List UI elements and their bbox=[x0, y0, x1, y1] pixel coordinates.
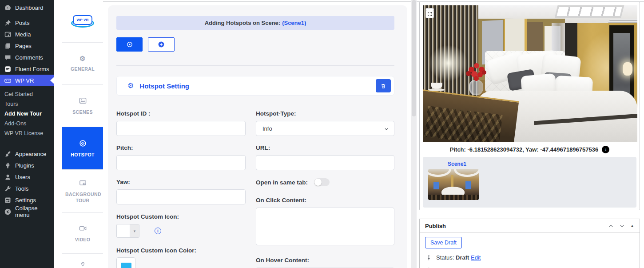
active-menu-pointer bbox=[50, 77, 54, 84]
edit-status-link[interactable]: Edit bbox=[471, 254, 481, 261]
sidebar-item-label: Fluent Forms bbox=[15, 66, 49, 72]
on-click-content-textarea[interactable] bbox=[256, 208, 394, 245]
sliders-icon bbox=[4, 196, 12, 204]
sidebar-item-collapse-menu[interactable]: Collapse menu bbox=[0, 206, 54, 217]
hotspot-type-value: Info bbox=[262, 125, 272, 132]
sidebar-item-comments[interactable]: Comments bbox=[0, 52, 54, 63]
sidebar-item-appearance[interactable]: Appearance bbox=[0, 148, 54, 160]
tab-scenes[interactable]: SCENES bbox=[62, 85, 103, 127]
submenu-get-started[interactable]: Get Started bbox=[0, 89, 54, 99]
thumb-art bbox=[465, 181, 471, 189]
on-hover-content-label: On Hover Content: bbox=[256, 257, 394, 264]
submenu-tours[interactable]: Tours bbox=[0, 99, 54, 109]
url-input[interactable] bbox=[256, 155, 394, 170]
sidebar-item-label: Comments bbox=[15, 54, 43, 61]
submenu-add-ons[interactable]: Add-Ons bbox=[0, 119, 54, 128]
save-draft-button[interactable]: Save Draft bbox=[425, 237, 462, 248]
sidebar-item-users[interactable]: Users bbox=[0, 171, 54, 183]
scene-banner: Adding Hotspots on Scene: (Scene1) bbox=[116, 16, 394, 30]
tab-video[interactable]: VIDEO bbox=[62, 213, 103, 254]
pitch-yaw-readout: Pitch: -6.181528623094732, Yaw: -47.4496… bbox=[423, 142, 636, 157]
browser-icon bbox=[79, 179, 87, 187]
thumb-art bbox=[428, 169, 451, 177]
user-icon bbox=[4, 173, 12, 181]
custom-icon-color-label: Hotspot Custom Icon Color: bbox=[116, 247, 246, 254]
hotspot-id-input[interactable] bbox=[116, 121, 246, 136]
collapse-toggle-icon[interactable]: ▲ bbox=[630, 224, 634, 228]
scene-thumbnail[interactable] bbox=[428, 169, 479, 200]
panorama-viewport[interactable]: + − bbox=[423, 5, 637, 142]
tab-label: SCENES bbox=[72, 109, 93, 115]
wpvr-tab-rail: WP VR ⚙ GENERAL SCENES HOTSPOT BACKGROUN… bbox=[62, 0, 103, 268]
yaw-label: Yaw: bbox=[116, 179, 246, 185]
custom-icon-color-picker[interactable] bbox=[116, 257, 135, 268]
map-pin-icon bbox=[80, 261, 86, 267]
tab-label: VIDEO bbox=[75, 236, 91, 243]
caret-down-icon: ▾ bbox=[130, 224, 139, 237]
gear-icon: ⚙ bbox=[80, 56, 86, 62]
on-click-content-label: On Click Content: bbox=[256, 197, 394, 204]
move-down-icon[interactable] bbox=[619, 223, 625, 229]
video-camera-icon bbox=[79, 224, 87, 232]
hotspot-type-select[interactable]: Info bbox=[256, 121, 394, 136]
sidebar-item-pages[interactable]: Pages bbox=[0, 40, 54, 52]
sidebar-item-media[interactable]: Media bbox=[0, 28, 54, 40]
publish-metabox: Publish ▲ Save Draft Status: Draft Edit bbox=[419, 219, 640, 268]
trash-icon bbox=[380, 83, 386, 89]
url-label: URL: bbox=[256, 144, 394, 151]
scene-name-link[interactable]: Scene1 bbox=[448, 161, 631, 167]
tab-partial[interactable] bbox=[62, 254, 103, 268]
vertical-scrollbar[interactable] bbox=[411, 0, 417, 268]
section-title: Hotspot Setting bbox=[139, 82, 189, 90]
comment-icon bbox=[4, 53, 12, 61]
move-up-icon[interactable] bbox=[608, 223, 614, 229]
sidebar-item-label: Pages bbox=[15, 43, 32, 49]
sidebar-item-wpvr[interactable]: WP VR bbox=[0, 75, 54, 86]
sidebar-item-label: Media bbox=[15, 31, 31, 38]
publish-header[interactable]: Publish ▲ bbox=[420, 219, 640, 233]
sidebar-item-label: Appearance bbox=[15, 151, 46, 157]
tab-label: GENERAL bbox=[71, 66, 95, 72]
custom-icon-label: Hotspot Custom Icon: bbox=[116, 213, 246, 220]
open-same-tab-toggle[interactable] bbox=[314, 178, 330, 186]
custom-icon-select[interactable]: ▾ bbox=[116, 224, 139, 238]
fullscreen-icon bbox=[427, 12, 432, 16]
pitch-label: Pitch: bbox=[116, 144, 246, 151]
pitch-input[interactable] bbox=[116, 155, 246, 170]
sidebar-item-fluent-forms[interactable]: Fluent Forms bbox=[0, 63, 54, 75]
tab-hotspot[interactable]: HOTSPOT bbox=[62, 127, 103, 170]
pano-chandelier-glow bbox=[429, 45, 467, 81]
pano-red-flowers bbox=[465, 62, 488, 81]
sidebar-item-posts[interactable]: Posts bbox=[0, 17, 54, 28]
fullscreen-button[interactable] bbox=[425, 10, 434, 18]
sidebar-item-label: Posts bbox=[15, 20, 30, 26]
tab-background-tour[interactable]: BACKGROUND TOUR bbox=[62, 170, 103, 213]
hotspot-settings-card: Adding Hotspots on Scene: (Scene1) ⚙ Hot… bbox=[108, 5, 407, 268]
submenu-wpvr-license[interactable]: WP VR License bbox=[0, 128, 54, 138]
sidebar-item-label: Tools bbox=[15, 185, 28, 192]
tab-label: BACKGROUND TOUR bbox=[65, 191, 100, 204]
section-divider bbox=[116, 65, 394, 66]
sidebar-item-settings[interactable]: Settings bbox=[0, 194, 54, 206]
add-hotspot-button[interactable] bbox=[148, 37, 175, 52]
hotspot-setting-bar: ⚙ Hotspot Setting bbox=[116, 76, 394, 96]
dashboard-icon bbox=[4, 4, 12, 12]
sidebar-item-label: Users bbox=[15, 174, 30, 180]
banner-scene-link[interactable]: (Scene1) bbox=[282, 20, 306, 26]
publish-title: Publish bbox=[425, 223, 446, 229]
yaw-input[interactable] bbox=[116, 189, 246, 204]
scrollbar-thumb[interactable] bbox=[412, 0, 416, 116]
submenu-add-new-tour[interactable]: Add New Tour bbox=[0, 109, 54, 119]
hotspot-pointer-button[interactable] bbox=[116, 37, 143, 52]
info-icon[interactable]: i bbox=[155, 228, 161, 234]
delete-hotspot-button[interactable] bbox=[376, 79, 391, 92]
wp-admin-sidebar: Dashboard Posts Media Pages Comments Flu… bbox=[0, 0, 54, 268]
custom-icon-value bbox=[117, 224, 130, 237]
set-default-view-button[interactable]: ↓ bbox=[602, 146, 609, 153]
sidebar-item-dashboard[interactable]: Dashboard bbox=[0, 2, 54, 13]
tab-general[interactable]: ⚙ GENERAL bbox=[62, 43, 103, 85]
circle-dot-icon bbox=[126, 41, 133, 48]
sidebar-item-tools[interactable]: Tools bbox=[0, 183, 54, 194]
sidebar-item-plugins[interactable]: Plugins bbox=[0, 160, 54, 171]
sidebar-item-label: Settings bbox=[15, 197, 36, 204]
